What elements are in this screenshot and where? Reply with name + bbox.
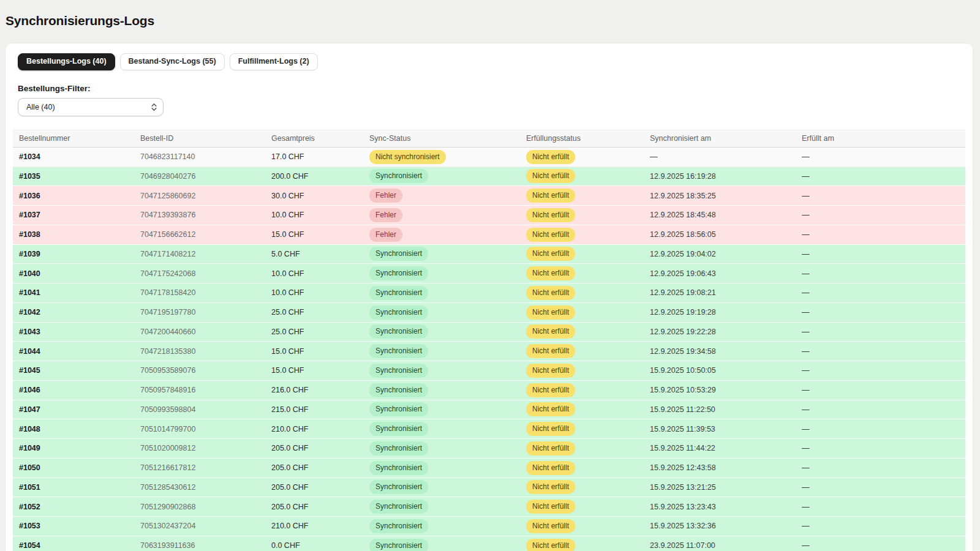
tab-bestellungs-logs[interactable]: Bestellungs-Logs (40) xyxy=(18,53,115,70)
fulfillment-status-badge: Nicht erfüllt xyxy=(526,519,575,533)
synced-at-cell: 15.9.2025 12:43:58 xyxy=(644,458,796,478)
sync-status-cell: Synchronisiert xyxy=(363,361,520,381)
sync-status-cell: Synchronisiert xyxy=(363,400,520,419)
table-row: #1050 7051216617812 205.0 CHF Synchronis… xyxy=(13,458,965,478)
total-price-cell: 205.0 CHF xyxy=(265,458,363,478)
table-row: #1043 7047200440660 25.0 CHF Synchronisi… xyxy=(13,322,965,342)
page-title: Synchronisierungs-Logs xyxy=(0,0,980,28)
table-row: #1037 7047139393876 10.0 CHF Fehler Nich… xyxy=(13,206,965,225)
fulfillment-status-cell: Nicht erfüllt xyxy=(520,186,644,206)
tab-bestand-sync-logs[interactable]: Bestand-Sync-Logs (55) xyxy=(120,53,225,70)
order-filter-select[interactable]: Alle (40) xyxy=(18,98,164,116)
col-header-synchronisiert-am: Synchronisiert am xyxy=(644,130,796,147)
order-id-cell: 7047195197780 xyxy=(134,302,265,322)
tab-fulfillment-logs[interactable]: Fulfillment-Logs (2) xyxy=(230,53,318,70)
sync-status-cell: Synchronisiert xyxy=(363,167,520,186)
order-id-cell: 7051302437204 xyxy=(134,517,265,536)
table-row: #1048 7051014799700 210.0 CHF Synchronis… xyxy=(13,419,965,439)
fulfillment-status-badge: Nicht erfüllt xyxy=(526,461,575,475)
order-number-cell: #1035 xyxy=(13,167,134,186)
synced-at-cell: 15.9.2025 13:23:43 xyxy=(644,497,796,517)
sync-status-badge: Nicht synchronisiert xyxy=(369,150,446,164)
fulfillment-status-badge: Nicht erfüllt xyxy=(526,189,575,203)
sync-status-cell: Synchronisiert xyxy=(363,380,520,400)
total-price-cell: 215.0 CHF xyxy=(265,400,363,419)
order-id-cell: 7047171408212 xyxy=(134,244,265,264)
synced-at-cell: 15.9.2025 13:32:36 xyxy=(644,517,796,536)
order-number-cell: #1037 xyxy=(13,206,134,225)
total-price-cell: 205.0 CHF xyxy=(265,439,363,459)
fulfilled-at-cell: — xyxy=(796,419,965,439)
order-filter-selected-value: Alle (40) xyxy=(26,103,55,111)
fulfilled-at-cell: — xyxy=(796,244,965,264)
sync-status-badge: Synchronisiert xyxy=(369,247,428,261)
sync-status-cell: Fehler xyxy=(363,206,520,225)
fulfillment-status-badge: Nicht erfüllt xyxy=(526,500,575,514)
synced-at-cell: 12.9.2025 19:04:02 xyxy=(644,244,796,264)
sync-status-cell: Synchronisiert xyxy=(363,497,520,517)
order-number-cell: #1041 xyxy=(13,283,134,303)
order-number-cell: #1048 xyxy=(13,419,134,439)
sync-status-badge: Synchronisiert xyxy=(369,441,428,455)
table-row: #1052 7051290902868 205.0 CHF Synchronis… xyxy=(13,497,965,517)
sync-status-badge: Fehler xyxy=(369,208,402,222)
total-price-cell: 205.0 CHF xyxy=(265,478,363,497)
order-id-cell: 7046823117140 xyxy=(134,147,265,167)
fulfillment-status-badge: Nicht erfüllt xyxy=(526,228,575,242)
order-number-cell: #1053 xyxy=(13,517,134,536)
synced-at-cell: 12.9.2025 19:08:21 xyxy=(644,283,796,303)
synced-at-cell: 12.9.2025 16:19:28 xyxy=(644,167,796,186)
col-header-gesamtpreis: Gesamtpreis xyxy=(265,130,363,147)
total-price-cell: 30.0 CHF xyxy=(265,186,363,206)
sync-status-cell: Synchronisiert xyxy=(363,302,520,322)
fulfillment-status-badge: Nicht erfüllt xyxy=(526,364,575,378)
order-id-cell: 7047125860692 xyxy=(134,186,265,206)
fulfillment-status-cell: Nicht erfüllt xyxy=(520,167,644,186)
col-header-bestell-id: Bestell-ID xyxy=(134,130,265,147)
fulfillment-status-badge: Nicht erfüllt xyxy=(526,383,575,397)
total-price-cell: 210.0 CHF xyxy=(265,517,363,536)
fulfillment-status-cell: Nicht erfüllt xyxy=(520,244,644,264)
fulfilled-at-cell: — xyxy=(796,225,965,244)
total-price-cell: 216.0 CHF xyxy=(265,380,363,400)
sync-status-cell: Fehler xyxy=(363,225,520,244)
sync-status-cell: Synchronisiert xyxy=(363,244,520,264)
total-price-cell: 0.0 CHF xyxy=(265,536,363,551)
select-updown-chevron-icon xyxy=(151,103,157,111)
order-number-cell: #1046 xyxy=(13,380,134,400)
table-row: #1042 7047195197780 25.0 CHF Synchronisi… xyxy=(13,302,965,322)
fulfillment-status-cell: Nicht erfüllt xyxy=(520,380,644,400)
table-row: #1051 7051285430612 205.0 CHF Synchronis… xyxy=(13,478,965,497)
fulfillment-status-badge: Nicht erfüllt xyxy=(526,441,575,455)
synced-at-cell: 12.9.2025 18:45:48 xyxy=(644,206,796,225)
table-row: #1038 7047156662612 15.0 CHF Fehler Nich… xyxy=(13,225,965,244)
order-id-cell: 7046928040276 xyxy=(134,167,265,186)
sync-status-cell: Nicht synchronisiert xyxy=(363,147,520,167)
fulfilled-at-cell: — xyxy=(796,361,965,381)
fulfilled-at-cell: — xyxy=(796,264,965,283)
synced-at-cell: 12.9.2025 19:34:58 xyxy=(644,342,796,361)
synced-at-cell: 12.9.2025 19:22:28 xyxy=(644,322,796,342)
fulfillment-status-badge: Nicht erfüllt xyxy=(526,150,575,164)
order-id-cell: 7051014799700 xyxy=(134,419,265,439)
table-row: #1046 7050957848916 216.0 CHF Synchronis… xyxy=(13,380,965,400)
sync-status-cell: Synchronisiert xyxy=(363,439,520,459)
fulfillment-status-cell: Nicht erfüllt xyxy=(520,225,644,244)
fulfilled-at-cell: — xyxy=(796,283,965,303)
synced-at-cell: 15.9.2025 13:21:25 xyxy=(644,478,796,497)
table-header-row: Bestellnummer Bestell-ID Gesamtpreis Syn… xyxy=(13,130,965,147)
fulfilled-at-cell: — xyxy=(796,147,965,167)
order-number-cell: #1045 xyxy=(13,361,134,381)
total-price-cell: 15.0 CHF xyxy=(265,225,363,244)
order-number-cell: #1051 xyxy=(13,478,134,497)
sync-status-cell: Synchronisiert xyxy=(363,517,520,536)
table-row: #1044 7047218135380 15.0 CHF Synchronisi… xyxy=(13,342,965,361)
total-price-cell: 25.0 CHF xyxy=(265,302,363,322)
fulfilled-at-cell: — xyxy=(796,439,965,459)
fulfillment-status-badge: Nicht erfüllt xyxy=(526,324,575,339)
fulfillment-status-badge: Nicht erfüllt xyxy=(526,169,575,183)
order-id-cell: 7047139393876 xyxy=(134,206,265,225)
fulfilled-at-cell: — xyxy=(796,322,965,342)
fulfillment-status-cell: Nicht erfüllt xyxy=(520,283,644,303)
order-id-cell: 7047178158420 xyxy=(134,283,265,303)
